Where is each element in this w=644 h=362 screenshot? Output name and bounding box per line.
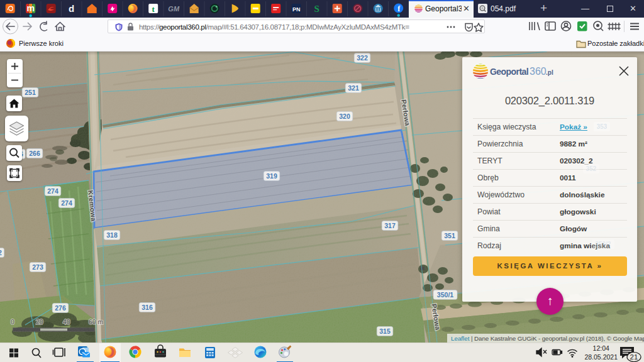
svg-text:d: d bbox=[69, 3, 74, 14]
svg-text:S: S bbox=[314, 4, 319, 14]
svg-text:21: 21 bbox=[630, 353, 638, 361]
svg-text:m: m bbox=[26, 3, 34, 13]
svg-text:Geoportal: Geoportal bbox=[490, 67, 528, 77]
svg-text:t: t bbox=[152, 4, 155, 14]
svg-text:360: 360 bbox=[530, 66, 547, 77]
svg-text:PN: PN bbox=[292, 6, 301, 13]
svg-text:GM: GM bbox=[168, 5, 180, 13]
svg-text:.pl: .pl bbox=[546, 69, 553, 76]
